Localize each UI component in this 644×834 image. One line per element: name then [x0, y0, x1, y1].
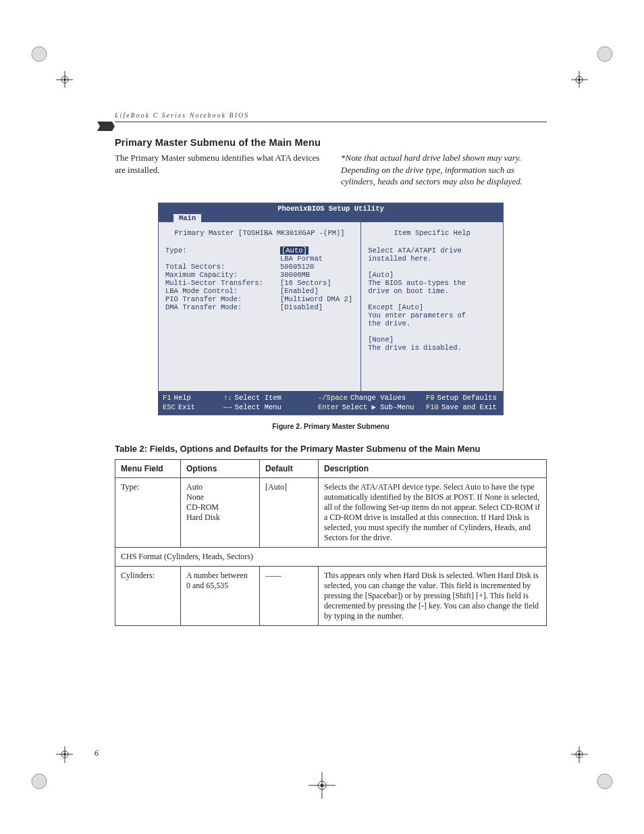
bios-field-value: 58605120	[280, 263, 354, 271]
intro-text-left: The Primary Master submenu identifies wh…	[115, 152, 321, 188]
bios-field-label: PIO Transfer Mode:	[165, 295, 280, 303]
bios-tabbar: Main	[159, 214, 503, 222]
crop-mark-icon	[308, 772, 336, 799]
bios-field-row: Type:[Auto]	[165, 246, 354, 255]
bios-left-header: Primary Master [TOSHIBA MK3018GAP -(PM)]	[165, 228, 354, 246]
table-cell: Type:	[115, 477, 181, 547]
bios-field-label: Maximum Capacity:	[165, 271, 280, 279]
fields-table: Menu Field Options Default Description T…	[115, 459, 547, 626]
svg-point-27	[321, 784, 324, 787]
section-heading: Primary Master Submenu of the Main Menu	[115, 137, 547, 148]
table-span-row: CHS Format (Cylinders, Heads, Sectors)	[115, 547, 547, 566]
crop-mark-icon	[26, 41, 73, 88]
bios-title: PhoenixBIOS Setup Utility	[159, 203, 503, 214]
th-menu-field: Menu Field	[115, 459, 181, 477]
bios-field-value: [Enabled]	[280, 287, 354, 295]
bios-field-row: Total Sectors:58605120	[165, 263, 354, 271]
bios-field-label: Type:	[165, 246, 280, 255]
table-cell: Cylinders:	[115, 566, 181, 625]
th-default: Default	[260, 459, 319, 477]
bios-right-header: Item Specific Help	[368, 228, 496, 246]
table-cell: [Auto]	[260, 477, 319, 547]
bios-field-label: Multi-Sector Transfers:	[165, 279, 280, 287]
th-description: Description	[319, 459, 547, 477]
svg-point-1	[32, 47, 47, 61]
svg-point-23	[578, 753, 581, 756]
bios-field-row: Maximum Capacity:30006MB	[165, 271, 354, 279]
bios-field-value: LBA Format	[280, 255, 354, 263]
bios-field-value: [Disabled]	[280, 303, 354, 311]
svg-marker-28	[97, 122, 115, 131]
bios-field-row: LBA Mode Control:[Enabled]	[165, 287, 354, 295]
bios-field-value: [16 Sectors]	[280, 279, 354, 287]
crop-mark-icon	[26, 746, 73, 793]
page-number: 6	[95, 748, 99, 758]
header-rule	[115, 122, 547, 122]
bios-field-label: LBA Mode Control:	[165, 287, 280, 295]
table-span-cell: CHS Format (Cylinders, Heads, Sectors)	[115, 547, 547, 566]
crop-mark-icon	[571, 41, 618, 88]
running-head: LifeBook C Series Notebook BIOS	[115, 111, 547, 119]
crop-mark-icon	[571, 746, 618, 793]
bios-field-value[interactable]: [Auto]	[280, 246, 354, 255]
bios-footer: F1Help ↑↓Select Item -/SpaceChange Value…	[159, 391, 503, 415]
bios-field-row: Multi-Sector Transfers:[16 Sectors]	[165, 279, 354, 287]
bios-field-row: DMA Transfer Mode:[Disabled]	[165, 303, 354, 311]
table-cell: Auto None CD-ROM Hard Disk	[181, 477, 260, 547]
table-cell: ——	[260, 566, 319, 625]
bios-field-value: [Multiword DMA 2]	[280, 295, 354, 303]
table-cell: A number between 0 and 65,535	[181, 566, 260, 625]
table-cell: This appears only when Hard Disk is sele…	[319, 566, 547, 625]
svg-point-19	[597, 774, 612, 789]
svg-point-7	[597, 47, 612, 61]
bios-help-text: Select ATA/ATAPI driveinstalled here. [A…	[368, 246, 496, 352]
table-cell: Selects the ATA/ATAPI device type. Selec…	[319, 477, 547, 547]
bios-field-label: DMA Transfer Mode:	[165, 303, 280, 311]
svg-point-17	[63, 753, 66, 756]
bios-field-value: 30006MB	[280, 271, 354, 279]
svg-point-5	[63, 78, 66, 81]
bios-field-row: LBA Format	[165, 255, 354, 263]
svg-point-13	[32, 774, 47, 789]
bios-field-label: Total Sectors:	[165, 263, 280, 271]
bios-panel: PhoenixBIOS Setup Utility Main Primary M…	[158, 203, 504, 415]
table-title: Table 2: Fields, Options and Defaults fo…	[115, 444, 547, 454]
figure-caption: Figure 2. Primary Master Submenu	[115, 422, 547, 430]
svg-point-11	[578, 78, 581, 81]
bios-tab-main[interactable]: Main	[173, 214, 201, 222]
th-options: Options	[181, 459, 260, 477]
table-row: Type:Auto None CD-ROM Hard Disk[Auto]Sel…	[115, 477, 547, 547]
table-row: Cylinders:A number between 0 and 65,535—…	[115, 566, 547, 625]
bios-field-row: PIO Transfer Mode:[Multiword DMA 2]	[165, 295, 354, 303]
bios-field-label	[165, 255, 280, 263]
intro-note-right: *Note that actual hard drive label shown…	[341, 152, 547, 188]
